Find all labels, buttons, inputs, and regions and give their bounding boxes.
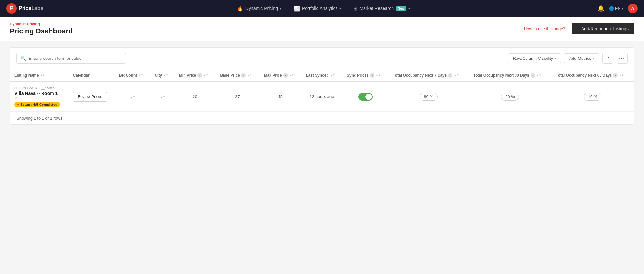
th-occ-60[interactable]: Total Occupancy Next 60 Days i ▲▼ (551, 69, 634, 82)
ellipsis-icon: ··· (619, 55, 625, 61)
setup-badge[interactable]: Setup : 4/5 Completed (14, 102, 60, 107)
page-subtitle: Dynamic Pricing (10, 22, 73, 26)
navbar: P PriceLabs 🔥 Dynamic Pricing ▾ 📈 Portfo… (0, 0, 644, 17)
cell-city: NA (150, 82, 174, 112)
cell-sync-prices (342, 82, 388, 112)
chevron-icon-2: ▾ (339, 7, 341, 10)
th-last-synced[interactable]: Last Synced ▲▼ (301, 69, 342, 82)
review-prices-button[interactable]: Review Prices (73, 92, 107, 102)
sort-max-price: ▲▼ (289, 74, 294, 77)
sync-prices-toggle[interactable] (358, 93, 373, 101)
nav-divider (594, 4, 594, 13)
nav-dynamic-pricing-label: Dynamic Pricing (245, 6, 278, 11)
th-max-price[interactable]: Max Price i ▲▼ (260, 69, 301, 82)
toolbar-right: Row/Column Visibility ▾ Add Metrics ▾ ↗ … (508, 53, 628, 64)
row-col-chevron: ▾ (554, 57, 556, 60)
sort-last-synced: ▲▼ (330, 74, 335, 77)
th-city[interactable]: City ▲▼ (150, 69, 174, 82)
add-metrics-button[interactable]: Add Metrics ▾ (564, 53, 599, 63)
cell-max-price: 45 (260, 82, 301, 112)
sort-listing-name: ▲▼ (40, 74, 45, 77)
nav-center: 🔥 Dynamic Pricing ▾ 📈 Portfolio Analytic… (56, 4, 590, 14)
cell-occ-60: 10 % (551, 82, 634, 112)
language-selector[interactable]: 🌐 EN ▾ (609, 6, 623, 11)
sort-br-count: ▲▼ (138, 74, 143, 77)
nav-market-research[interactable]: ⊞ Market Research New ▾ (349, 4, 414, 14)
toolbar: 🔍 Row/Column Visibility ▾ Add Metrics ▾ … (10, 47, 634, 69)
table-header: Listing Name ▲▼ Calendar BR Count ▲▼ (10, 69, 634, 82)
listing-source: beds24 / 231317__489852 (14, 86, 64, 90)
new-badge: New (396, 6, 406, 11)
chevron-icon-3: ▾ (408, 7, 410, 10)
search-icon: 🔍 (21, 56, 26, 61)
th-min-price[interactable]: Min Price i ▲▼ (175, 69, 216, 82)
base-price-info-icon[interactable]: i (241, 73, 246, 78)
sort-sync-prices: ▲▼ (376, 74, 381, 77)
search-box[interactable]: 🔍 (16, 53, 126, 64)
lang-chevron: ▾ (622, 7, 623, 10)
market-icon: ⊞ (353, 5, 357, 12)
globe-icon: 🌐 (609, 6, 614, 11)
cell-occ-30: 20 % (469, 82, 552, 112)
page-title: Pricing Dashboard (10, 27, 73, 35)
toggle-knob (365, 94, 372, 100)
nav-portfolio-analytics[interactable]: 📈 Portfolio Analytics ▾ (289, 4, 346, 14)
listings-table: Listing Name ▲▼ Calendar BR Count ▲▼ (10, 69, 634, 112)
add-metrics-label: Add Metrics (569, 56, 591, 61)
row-column-visibility-button[interactable]: Row/Column Visibility ▾ (508, 53, 561, 63)
add-metrics-chevron: ▾ (593, 57, 594, 60)
th-base-price[interactable]: Base Price i ▲▼ (215, 69, 259, 82)
occ-7-info-icon[interactable]: i (448, 73, 452, 78)
how-to-link[interactable]: How to use this page? (524, 26, 565, 31)
occ-30-info-icon[interactable]: i (531, 73, 535, 78)
listing-name: Villa Nava -- Room 1 (14, 91, 64, 96)
sort-occ-60: ▲▼ (619, 74, 624, 77)
search-input[interactable] (29, 56, 122, 61)
logo[interactable]: P PriceLabs (6, 3, 43, 14)
page-header: Dynamic Pricing Pricing Dashboard How to… (0, 17, 644, 41)
max-price-info-icon[interactable]: i (283, 73, 288, 78)
occ-30-badge: 20 % (501, 93, 519, 101)
th-listing-name[interactable]: Listing Name ▲▼ (10, 69, 68, 82)
chevron-icon: ▾ (280, 7, 281, 10)
th-br-count[interactable]: BR Count ▲▼ (115, 69, 150, 82)
table-body: beds24 / 231317__489852 Villa Nava -- Ro… (10, 82, 634, 112)
listing-external-link[interactable]: ↗ (14, 96, 64, 100)
fire-icon: 🔥 (237, 5, 243, 12)
occ-7-badge: 86 % (420, 93, 438, 101)
sort-min-price: ▲▼ (203, 74, 208, 77)
occ-60-info-icon[interactable]: i (613, 73, 618, 78)
min-price-info-icon[interactable]: i (197, 73, 202, 78)
cell-occ-7: 86 % (388, 82, 469, 112)
notification-icon[interactable]: 🔔 (597, 5, 604, 12)
cell-last-synced: 12 hours ago (301, 82, 342, 112)
nav-portfolio-label: Portfolio Analytics (302, 6, 338, 11)
cell-min-price: 20 (175, 82, 216, 112)
share-icon: ↗ (606, 56, 610, 61)
table-footer: Showing 1 to 1 of 1 rows (10, 112, 634, 124)
row-col-label: Row/Column Visibility (513, 56, 553, 61)
th-calendar: Calendar (68, 69, 114, 82)
more-options-button[interactable]: ··· (617, 53, 628, 64)
setup-dot-icon (17, 104, 19, 105)
sync-prices-info-icon[interactable]: i (370, 73, 374, 78)
table-wrapper: Listing Name ▲▼ Calendar BR Count ▲▼ (10, 69, 634, 125)
share-button[interactable]: ↗ (602, 53, 613, 64)
th-occ-30[interactable]: Total Occupancy Next 30 Days i ▲▼ (469, 69, 552, 82)
sort-base-price: ▲▼ (247, 74, 252, 77)
add-listing-button[interactable]: + Add/Reconnect Listings (572, 23, 634, 34)
th-occ-7[interactable]: Total Occupancy Next 7 Days i ▲▼ (388, 69, 469, 82)
page-header-left: Dynamic Pricing Pricing Dashboard (10, 22, 73, 35)
nav-market-label: Market Research (359, 6, 394, 11)
table-row: beds24 / 231317__489852 Villa Nava -- Ro… (10, 82, 634, 112)
lang-label: EN (615, 6, 621, 11)
occ-60-badge: 10 % (584, 93, 602, 101)
user-avatar[interactable]: A (628, 4, 638, 13)
cell-calendar: Review Prices (68, 82, 114, 112)
sort-city: ▲▼ (163, 74, 168, 77)
logo-text: PriceLabs (19, 5, 43, 11)
main-content: 🔍 Row/Column Visibility ▾ Add Metrics ▾ … (0, 41, 644, 131)
cell-base-price: 27 (215, 82, 259, 112)
th-sync-prices[interactable]: Sync Prices i ▲▼ (342, 69, 388, 82)
nav-dynamic-pricing[interactable]: 🔥 Dynamic Pricing ▾ (232, 4, 286, 14)
